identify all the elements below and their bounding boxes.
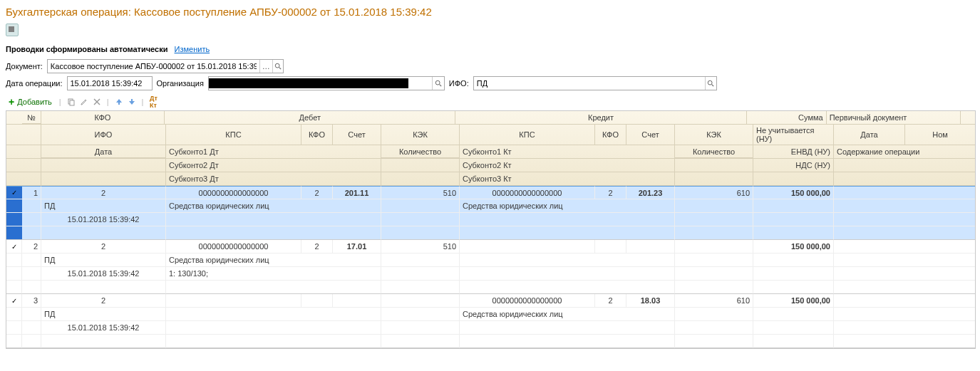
row-db-sub1: Средства юридических лиц [166,199,381,213]
row-kfo: 2 [41,186,166,199]
h-sub3d[interactable]: Субконто3 Дт [166,172,381,186]
row-cr-kfo: 2 [595,186,626,199]
org-search-button[interactable] [432,77,444,90]
doc-more-button[interactable]: … [259,60,272,73]
row-sum: 150 000,00 [753,186,834,199]
row-db-acc [333,294,381,308]
row-sum: 150 000,00 [753,240,834,254]
h-nds[interactable]: НДС (НУ) [753,159,834,172]
h-db-kps[interactable]: КПС [166,125,301,145]
report-icon[interactable] [6,23,19,36]
row-db-kfo: 2 [301,240,333,254]
dtkt-icon[interactable]: ДтКт [148,96,159,108]
row-db-acc: 201.11 [333,186,381,199]
row-cr-sub2 [460,267,675,281]
h-nom[interactable]: Ном [905,125,975,145]
row-cr-sub2 [460,213,675,226]
delete-icon[interactable] [91,96,103,108]
row-cr-sub3 [460,335,675,348]
add-label: Добавить [17,98,52,106]
table-row[interactable]: ПД Средства юридических лиц Средства юри… [6,199,975,213]
row-db-sub3 [166,226,381,240]
row-cr-sub3 [460,226,675,240]
row-db-kfo [301,294,333,308]
row-db-kps [166,294,301,308]
table-row[interactable]: ПД Средства юридических лиц [6,254,975,267]
edit-icon[interactable] [78,96,90,108]
h-kfo[interactable]: КФО [41,111,165,125]
row-db-sub3 [166,281,381,294]
h-cr-kfo[interactable]: КФО [595,125,626,145]
h-sub2d[interactable]: Субконто2 Дт [166,159,381,172]
h-cr-kek[interactable]: КЭК [675,125,753,145]
h-content[interactable]: Содержание операции [834,145,975,159]
h-sub3k[interactable]: Субконто3 Кт [460,172,675,186]
table-row[interactable]: ✓ 1 2 0000000000000000 2 201.11 510 0000… [6,186,975,199]
row-db-sub2: 1: 130/130; [166,267,381,281]
svg-point-4 [708,80,713,85]
row-db-sub2 [166,213,381,226]
h-empty [961,111,975,125]
doc-field-wrap: … [47,59,284,73]
table-row[interactable]: ✓ 3 2 0000000000000000 2 18.03 610 150 0… [6,294,975,308]
row-cr-sub1: Средства юридических лиц [460,199,675,213]
doc-search-button[interactable] [272,60,283,73]
row-ifo: ПД [41,308,166,321]
table-row[interactable] [6,281,975,294]
row-cr-sub1: Средства юридических лиц [460,308,675,321]
row-date: 15.01.2018 15:39:42 [41,213,166,226]
h-cr-qty[interactable]: Количество [675,145,753,159]
h-db-qty[interactable]: Количество [381,145,460,159]
h-sum[interactable]: Сумма [747,111,827,125]
h-nu[interactable]: Не учитывается (НУ) [753,125,834,145]
plus-icon: + [9,98,14,105]
h-sub1k[interactable]: Субконто1 Кт [460,145,675,159]
h-envd[interactable]: ЕНВД (НУ) [753,145,834,159]
h-cr-acc[interactable]: Счет [626,125,675,145]
table-row[interactable]: 15.01.2018 15:39:42 1: 130/130; [6,267,975,281]
opdate-label: Дата операции: [6,79,63,88]
row-cr-sub2 [460,321,675,335]
h-db-acc[interactable]: Счет [333,125,381,145]
table-row[interactable] [6,335,975,348]
h-sub2k[interactable]: Субконто2 Кт [460,159,675,172]
org-label: Организация [157,79,204,88]
copy-icon[interactable] [66,96,77,108]
row-db-kek: 510 [381,186,460,199]
h-date[interactable]: Дата [41,145,166,159]
svg-line-1 [279,68,282,70]
ifo-field[interactable] [474,78,705,89]
move-down-icon[interactable] [126,96,138,108]
row-cr-acc: 18.03 [626,294,675,308]
add-button[interactable]: + Добавить [6,96,55,108]
table-row[interactable]: 15.01.2018 15:39:42 [6,321,975,335]
h-num[interactable]: № [22,111,41,125]
opdate-field[interactable] [68,78,152,89]
h-db-kfo[interactable]: КФО [301,125,333,145]
h-credit: Кредит [455,111,746,125]
row-cr-kps: 0000000000000000 [460,186,595,199]
ifo-field-wrap [473,76,717,90]
row-cr-acc: 201.23 [626,186,675,199]
doc-field[interactable] [48,61,259,72]
row-ifo: ПД [41,199,166,213]
ifo-search-button[interactable] [705,77,716,90]
table-row[interactable]: ✓ 2 2 0000000000000000 2 17.01 510 150 0… [6,240,975,254]
row-tick: ✓ [6,240,22,254]
table-row[interactable] [6,226,975,240]
h-ifo[interactable]: ИФО [41,125,166,145]
svg-point-0 [275,63,279,68]
entries-grid: № КФО Дебет Кредит Сумма Первичный докум… [6,110,976,349]
table-row[interactable]: ПД Средства юридических лиц [6,308,975,321]
h-cr-kps[interactable]: КПС [460,125,595,145]
h-dateh[interactable]: Дата [834,125,905,145]
table-row[interactable]: 15.01.2018 15:39:42 [6,213,975,226]
change-link[interactable]: Изменить [175,45,210,53]
h-db-kek[interactable]: КЭК [381,125,460,145]
auto-text: Проводки сформированы автоматически [6,45,167,53]
move-up-icon[interactable] [113,96,125,108]
row-tick: ✓ [6,186,22,199]
h-debit: Дебет [165,111,455,125]
h-sub1d[interactable]: Субконто1 Дт [166,145,381,159]
row-date: 15.01.2018 15:39:42 [41,321,166,335]
